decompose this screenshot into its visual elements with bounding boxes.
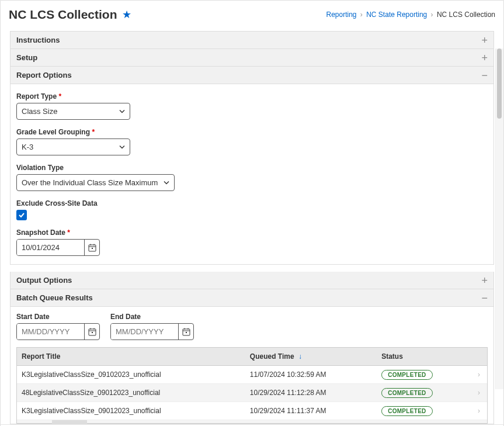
report-type-select[interactable]: Class Size (16, 103, 130, 120)
batch-results-table: Report Title Queued Time ↓ Status K3Legi… (17, 348, 487, 420)
chevron-right-icon[interactable]: › (470, 384, 487, 402)
cell-title: K3LegislativeClassSize_09102023_unoffici… (17, 366, 245, 384)
cell-title: K3LegislativeClassSize_09012023_unoffici… (17, 402, 245, 420)
accordion-label: Output Options (16, 276, 72, 285)
chevron-down-icon (164, 178, 169, 187)
col-status[interactable]: Status (377, 348, 470, 366)
breadcrumb-link-reporting[interactable]: Reporting (326, 11, 356, 19)
breadcrumb-current: NC LCS Collection (437, 11, 495, 19)
minus-icon: − (481, 294, 488, 302)
cell-queued: 11/07/2024 10:32:59 AM (245, 366, 377, 384)
vertical-scrollbar[interactable] (495, 49, 503, 389)
col-queued-time[interactable]: Queued Time ↓ (245, 348, 377, 366)
cell-queued: 10/29/2024 11:11:37 AM (245, 402, 377, 420)
accordion-output-options[interactable]: Output Options + (10, 272, 494, 289)
svg-rect-9 (92, 332, 93, 333)
violation-type-select[interactable]: Over the Individual Class Size Maximum (16, 174, 175, 191)
chevron-right-icon: › (360, 11, 363, 19)
sort-down-icon: ↓ (298, 352, 302, 361)
accordion-label: Batch Queue Results (16, 293, 93, 302)
end-date-wrap (110, 323, 194, 340)
plus-icon: + (481, 276, 488, 285)
snapshot-date-label: Snapshot Date * (16, 228, 488, 237)
chevron-right-icon[interactable]: › (470, 366, 487, 384)
breadcrumb-link-nc-state[interactable]: NC State Reporting (366, 11, 427, 19)
report-options-panel: Report Type * Class Size Grade Level Gro… (10, 84, 494, 265)
accordion-label: Setup (16, 53, 37, 62)
minus-icon: − (481, 71, 488, 79)
table-row[interactable]: K3LegislativeClassSize_09012023_unoffici… (17, 402, 487, 420)
accordion-instructions[interactable]: Instructions + (10, 31, 494, 49)
chevron-down-icon (119, 107, 125, 116)
chevron-right-icon[interactable]: › (470, 402, 487, 420)
end-date-label: End Date (110, 313, 194, 321)
grade-grouping-select[interactable]: K-3 (16, 138, 130, 155)
status-badge: COMPLETED (381, 370, 432, 380)
cell-queued: 10/29/2024 11:12:28 AM (245, 384, 377, 402)
breadcrumb: Reporting › NC State Reporting › NC LCS … (326, 11, 495, 19)
star-icon[interactable]: ★ (122, 8, 131, 21)
accordion-report-options[interactable]: Report Options − (10, 67, 494, 84)
svg-rect-4 (92, 248, 93, 249)
plus-icon: + (481, 54, 488, 62)
grade-grouping-label: Grade Level Grouping * (16, 128, 488, 136)
violation-type-label: Violation Type (16, 164, 488, 172)
table-row[interactable]: K3LegislativeClassSize_09102023_unoffici… (17, 366, 487, 384)
accordion-batch-queue[interactable]: Batch Queue Results − (10, 289, 494, 307)
col-report-title[interactable]: Report Title (17, 348, 245, 366)
status-badge: COMPLETED (381, 406, 432, 416)
calendar-icon[interactable] (84, 324, 99, 340)
horizontal-scrollbar[interactable] (17, 420, 487, 423)
chevron-down-icon (119, 143, 125, 151)
calendar-icon[interactable] (178, 324, 193, 340)
start-date-wrap (16, 323, 100, 340)
cell-title: 48LegislativeClassSize_09012023_unoffici… (17, 384, 245, 402)
accordion-setup[interactable]: Setup + (10, 49, 494, 67)
start-date-input[interactable] (17, 324, 84, 340)
start-date-label: Start Date (16, 313, 100, 321)
chevron-right-icon: › (431, 11, 433, 19)
plus-icon: + (481, 36, 488, 44)
batch-queue-panel: Start Date End Date (10, 307, 494, 424)
end-date-input[interactable] (111, 324, 178, 340)
snapshot-date-input-wrap (16, 239, 100, 256)
status-badge: COMPLETED (381, 388, 432, 398)
snapshot-date-input[interactable] (17, 240, 84, 255)
exclude-cross-site-label: Exclude Cross-Site Data (16, 199, 488, 207)
svg-rect-14 (186, 332, 187, 333)
table-row[interactable]: 48LegislativeClassSize_09012023_unoffici… (17, 384, 487, 402)
page-title: NC LCS Collection (9, 8, 117, 22)
report-type-label: Report Type * (16, 92, 488, 101)
accordion-label: Report Options (16, 71, 72, 79)
calendar-icon[interactable] (84, 240, 99, 255)
accordion-label: Instructions (16, 36, 60, 44)
exclude-cross-site-checkbox[interactable] (16, 210, 27, 220)
